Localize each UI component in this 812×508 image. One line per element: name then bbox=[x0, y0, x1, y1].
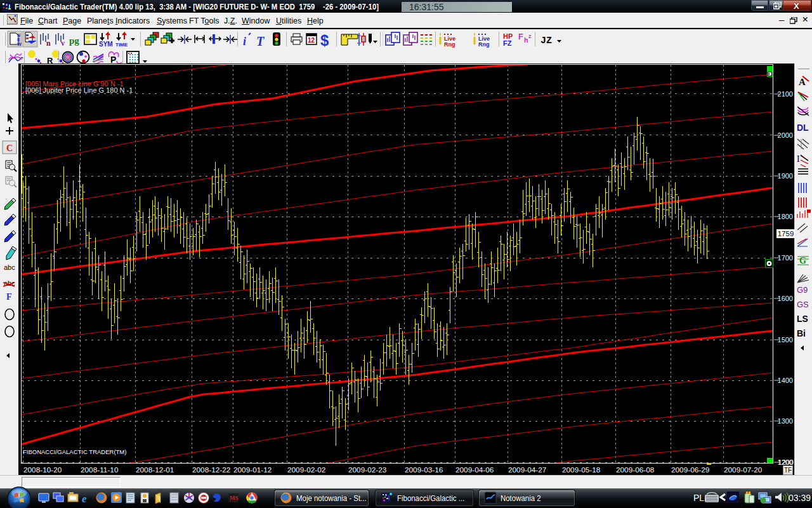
svg-text:G9: G9 bbox=[797, 285, 808, 295]
svg-text:GS: GS bbox=[797, 300, 809, 309]
svg-text:2009-04-06: 2009-04-06 bbox=[455, 465, 494, 474]
svg-text:2009-06-29: 2009-06-29 bbox=[671, 465, 709, 474]
svg-text:2008-11-10: 2008-11-10 bbox=[81, 465, 119, 474]
svg-text:FIBONACCI/GALACTIC TRADER(TM): FIBONACCI/GALACTIC TRADER(TM) bbox=[23, 448, 126, 455]
svg-text:TIME: TIME bbox=[115, 42, 128, 48]
svg-text:PL: PL bbox=[693, 493, 704, 503]
svg-text:2009-02-02: 2009-02-02 bbox=[287, 465, 325, 474]
svg-text:DL: DL bbox=[797, 123, 809, 133]
svg-text:SYM: SYM bbox=[99, 41, 113, 48]
svg-text:E: E bbox=[17, 37, 20, 42]
svg-text:T: T bbox=[256, 34, 265, 48]
svg-text:$: $ bbox=[320, 32, 329, 48]
svg-text:2009-06-08: 2009-06-08 bbox=[616, 465, 655, 474]
svg-text:2008-10-20: 2008-10-20 bbox=[23, 465, 62, 474]
svg-text:W: W bbox=[17, 42, 22, 46]
svg-text:2009-04-27: 2009-04-27 bbox=[508, 465, 546, 474]
svg-text:z: z bbox=[528, 33, 532, 39]
svg-text:Rng: Rng bbox=[444, 41, 455, 48]
svg-text:1300: 1300 bbox=[778, 417, 793, 425]
svg-text:1700: 1700 bbox=[778, 254, 793, 262]
svg-text:[006] Jupiter Price Line G 180: [006] Jupiter Price Line G 180 N -1 bbox=[25, 86, 133, 94]
svg-text:pg: pg bbox=[69, 36, 79, 46]
svg-text:1600: 1600 bbox=[778, 295, 793, 302]
svg-text:1900: 1900 bbox=[778, 172, 793, 180]
svg-text:03:39: 03:39 bbox=[789, 493, 811, 503]
svg-text:JZ: JZ bbox=[540, 36, 552, 46]
svg-text:2009-07-20: 2009-07-20 bbox=[724, 465, 763, 474]
svg-text:n: n bbox=[46, 39, 51, 48]
svg-text:2000: 2000 bbox=[778, 131, 793, 139]
svg-text:2009-03-16: 2009-03-16 bbox=[405, 465, 443, 474]
svg-text:Rng: Rng bbox=[478, 41, 490, 48]
svg-text:LS: LS bbox=[797, 314, 808, 324]
svg-text:1500: 1500 bbox=[778, 336, 793, 344]
svg-text:N: N bbox=[17, 33, 20, 37]
svg-text:abc: abc bbox=[4, 264, 15, 271]
svg-text:h: h bbox=[524, 36, 528, 44]
svg-text:F: F bbox=[518, 32, 523, 41]
svg-text:e: e bbox=[82, 493, 87, 505]
svg-text:C: C bbox=[6, 144, 13, 153]
svg-text:2009-02-23: 2009-02-23 bbox=[348, 465, 387, 474]
svg-text:FZ: FZ bbox=[503, 39, 512, 47]
svg-text:I: I bbox=[797, 154, 800, 164]
svg-text:2008-12-22: 2008-12-22 bbox=[192, 465, 230, 474]
svg-text:1400: 1400 bbox=[778, 377, 793, 384]
svg-text:F: F bbox=[6, 292, 12, 302]
svg-text:1800: 1800 bbox=[778, 213, 793, 220]
svg-text:12: 12 bbox=[308, 37, 315, 44]
svg-text:2009-05-18: 2009-05-18 bbox=[562, 465, 601, 474]
svg-text:MS: MS bbox=[230, 495, 239, 501]
svg-text:i: i bbox=[243, 35, 246, 48]
svg-text:2009-01-12: 2009-01-12 bbox=[233, 465, 272, 474]
svg-text:v: v bbox=[61, 39, 65, 48]
svg-text:2100: 2100 bbox=[778, 90, 793, 98]
svg-text:Bi: Bi bbox=[797, 328, 806, 338]
svg-text:2008-12-01: 2008-12-01 bbox=[136, 465, 174, 474]
svg-text:G: G bbox=[799, 256, 806, 265]
